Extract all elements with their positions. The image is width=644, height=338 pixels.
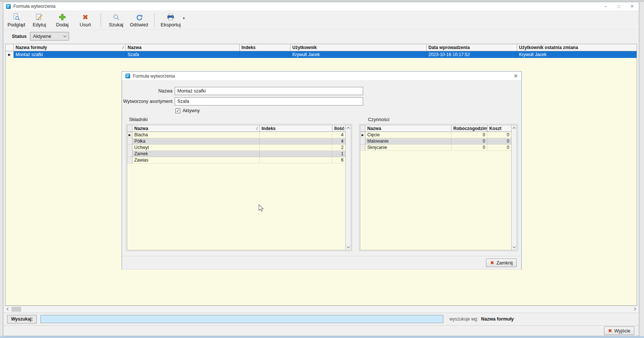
cell-nazwa: Malowanie — [365, 138, 451, 144]
skladniki-row[interactable]: ▶ Blacha 4 — [127, 132, 345, 138]
status-dropdown[interactable]: Aktywne — [30, 32, 69, 40]
delete-label: Usuń — [80, 22, 91, 27]
column-header-uzytkownik-ostatnia-zmiana[interactable]: Użytkownik ostatnia zmiana — [517, 44, 637, 51]
czynnosci-column-koszt[interactable]: Koszt — [487, 125, 511, 132]
cell-nazwa: Zamek — [132, 151, 260, 157]
status-row: Status Aktywne — [3, 29, 639, 43]
table-row-selected[interactable]: ▶ Montaż szafki Szafa Krywult Jacek 2023… — [6, 51, 637, 58]
row-indicator — [127, 138, 132, 144]
czynnosci-vertical-scrollbar[interactable] — [512, 125, 517, 250]
refresh-button[interactable]: Odśwież — [128, 12, 151, 29]
asortyment-field[interactable]: Szafa — [175, 97, 363, 105]
czynnosci-row[interactable]: ▶ Cięcie 0 0 — [360, 132, 511, 138]
czynnosci-column-roboczogodziny[interactable]: Roboczogodziny — [451, 125, 487, 132]
cell-ilosc: 4 — [332, 138, 345, 144]
minimize-button[interactable]: – — [599, 2, 612, 10]
export-button[interactable]: Eksportuj — [158, 12, 183, 29]
scroll-left-icon[interactable] — [4, 306, 10, 312]
exit-button[interactable]: ✖ Wyjście — [604, 326, 634, 335]
edit-label: Edytuj — [33, 22, 46, 27]
column-header-nazwa-formuly[interactable]: Nazwa formuły / — [14, 44, 126, 51]
grid-header-indicator — [6, 44, 14, 51]
cell-indeks — [260, 144, 332, 150]
column-header-label: Indeks — [262, 126, 276, 131]
edit-button[interactable]: Edytuj — [28, 12, 51, 29]
column-header-indeks[interactable]: Indeks — [240, 44, 290, 51]
scroll-down-icon[interactable] — [512, 244, 517, 250]
column-header-label: Data wprowadzenia — [428, 45, 515, 50]
skladniki-group-label: Składniki — [128, 117, 149, 122]
delete-icon — [81, 13, 89, 21]
nazwa-field[interactable]: Montaż szafki — [175, 87, 363, 95]
background-window-edge-bottom — [0, 336, 644, 338]
scrollbar-thumb[interactable] — [12, 307, 21, 312]
column-header-uzytkownik[interactable]: Użytkownik — [290, 44, 427, 51]
maximize-button[interactable]: □ — [612, 2, 625, 10]
add-button[interactable]: Dodaj — [51, 12, 74, 29]
cell-nazwa: Skręcanie — [365, 144, 451, 150]
preview-button[interactable]: Podgląd — [5, 12, 28, 29]
horizontal-scrollbar[interactable] — [4, 306, 638, 312]
toolbar: Podgląd Edytuj Dodaj Usuń — [3, 11, 639, 29]
edit-icon — [35, 13, 43, 21]
column-header-label: Użytkownik ostatnia zmiana — [519, 45, 635, 50]
dialog-close-icon[interactable]: ✕ — [514, 73, 518, 79]
search-button[interactable]: Szukaj — [105, 12, 128, 29]
skladniki-row[interactable]: Zamek 1 — [127, 151, 345, 157]
column-header-label: Koszt — [489, 126, 502, 131]
search-icon — [112, 13, 120, 21]
close-dialog-label: Zamknij — [496, 260, 513, 266]
czynnosci-group-box: Nazwa Roboczogodziny Koszt ▶ Cięcie 0 0 … — [359, 124, 518, 251]
skladniki-header-row: Nazwa / Indeks Ilość — [127, 125, 345, 132]
toolbar-separator — [154, 13, 155, 27]
search-input[interactable] — [40, 315, 443, 323]
skladniki-table: Nazwa / Indeks Ilość ▶ Blacha 4 — [127, 125, 351, 250]
row-indicator — [360, 144, 365, 150]
czynnosci-group-label: Czynności — [367, 117, 391, 122]
aktywny-checkbox[interactable]: ✓ — [175, 108, 180, 113]
cell-indeks — [260, 132, 332, 138]
skladniki-vertical-scrollbar[interactable] — [346, 125, 351, 250]
cell-koszt: 0 — [487, 138, 511, 144]
skladniki-row[interactable]: Uchwyt 2 — [127, 144, 345, 151]
scroll-up-icon[interactable] — [346, 125, 351, 131]
skladniki-table-body: Nazwa / Indeks Ilość ▶ Blacha 4 — [127, 125, 346, 250]
row-indicator — [127, 151, 132, 157]
bottom-bar: ✖ Wyjście — [3, 325, 639, 336]
column-header-label: Nazwa formuły — [16, 45, 121, 50]
scroll-up-icon[interactable] — [512, 125, 517, 131]
export-dropdown-caret-icon[interactable]: ▾ — [183, 16, 185, 20]
cell-ilosc: 1 — [332, 151, 345, 157]
cell-koszt: 0 — [487, 132, 511, 138]
scroll-down-icon[interactable] — [346, 244, 351, 250]
czynnosci-column-nazwa[interactable]: Nazwa — [365, 125, 451, 132]
chevron-down-icon — [63, 34, 66, 37]
wyszukaj-button[interactable]: Wyszukaj: — [7, 315, 37, 324]
column-header-label: Indeks — [242, 45, 288, 50]
cell-nazwa: Półka — [132, 138, 260, 144]
skladniki-row[interactable]: Zawias 6 — [127, 157, 345, 163]
skladniki-column-ilosc[interactable]: Ilość — [332, 125, 345, 132]
cell-uzytkownik-ostatnia-zmiana: Krywult Jacek — [517, 51, 637, 58]
cell-koszt: 0 — [487, 144, 511, 150]
preview-icon — [12, 13, 20, 21]
status-label: Status — [12, 33, 27, 39]
print-icon — [167, 13, 175, 21]
czynnosci-table-body: Nazwa Roboczogodziny Koszt ▶ Cięcie 0 0 … — [360, 125, 512, 250]
column-header-nazwa[interactable]: Nazwa — [126, 44, 240, 51]
close-dialog-button[interactable]: ✖ Zamknij — [486, 259, 517, 267]
czynnosci-row[interactable]: Skręcanie 0 0 — [360, 144, 511, 151]
column-header-data-wprowadzenia[interactable]: Data wprowadzenia — [427, 44, 517, 51]
czynnosci-row[interactable]: Malowanie 0 0 — [360, 138, 511, 144]
scroll-right-icon[interactable] — [632, 306, 638, 312]
skladniki-row[interactable]: Półka 4 — [127, 138, 345, 144]
czynnosci-table: Nazwa Roboczogodziny Koszt ▶ Cięcie 0 0 … — [360, 125, 517, 250]
skladniki-column-nazwa[interactable]: Nazwa / — [132, 125, 260, 132]
cell-ilosc: 4 — [332, 132, 345, 138]
skladniki-column-indeks[interactable]: Indeks — [260, 125, 332, 132]
refresh-label: Odśwież — [130, 22, 148, 27]
close-button[interactable]: ✕ — [625, 2, 639, 10]
column-header-label: Roboczogodziny — [453, 126, 487, 131]
delete-button[interactable]: Usuń — [74, 12, 97, 29]
row-indicator — [127, 144, 132, 150]
